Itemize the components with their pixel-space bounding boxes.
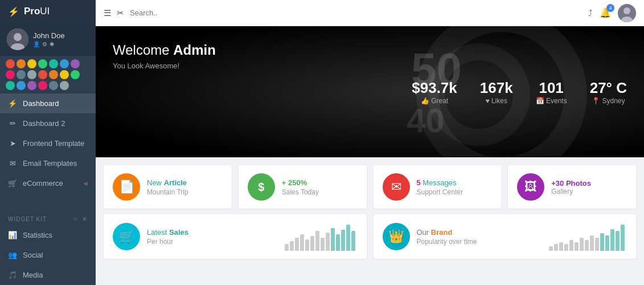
widget-close-icon[interactable]: ✕ bbox=[82, 215, 88, 223]
bar-11 bbox=[341, 230, 345, 251]
user-gear-icon[interactable]: ✱ bbox=[50, 41, 54, 47]
card-title: New Article bbox=[147, 178, 188, 187]
nav-label: eCommerce bbox=[23, 179, 63, 188]
sidebar-item-email-templates[interactable]: ✉ Email Templates bbox=[0, 153, 96, 173]
card-sub: Gallery bbox=[551, 188, 591, 196]
widget-nav: 📊 Statistics 👥 Social 🎵 Media bbox=[0, 225, 96, 285]
sidebar-item-ecommerce[interactable]: 🛒 eCommerce ◀ bbox=[0, 173, 96, 193]
swatch-9[interactable] bbox=[27, 70, 36, 79]
swatch-1[interactable] bbox=[17, 59, 26, 68]
sidebar-item-frontend-template[interactable]: ➤ Frontend Template bbox=[0, 133, 96, 153]
card-icon: 🖼 bbox=[517, 173, 544, 201]
swatch-17[interactable] bbox=[38, 81, 47, 90]
swatch-16[interactable] bbox=[27, 81, 36, 90]
card-icon: $ bbox=[248, 173, 275, 201]
nav-icon: 👥 bbox=[8, 251, 17, 259]
swatch-6[interactable] bbox=[71, 59, 80, 68]
card-messages[interactable]: ✉ 5 Messages Support Center bbox=[374, 165, 502, 209]
bar-8 bbox=[326, 233, 330, 251]
swatch-12[interactable] bbox=[60, 70, 69, 79]
user-settings-icon[interactable]: ⚙ bbox=[42, 41, 47, 47]
swatch-2[interactable] bbox=[27, 59, 36, 68]
widget-settings-icon[interactable]: ☆ bbox=[72, 215, 79, 223]
nav-label: Dashboard 2 bbox=[23, 119, 65, 128]
nav-icon: ✏ bbox=[8, 119, 17, 128]
card-sub: Mountain Trip bbox=[147, 188, 188, 196]
cards-row-2: 🛒 Latest Sales Per hour 👑 Our Brand Popu… bbox=[96, 209, 644, 267]
bar-2 bbox=[295, 238, 299, 251]
color-swatches-row1 bbox=[0, 56, 96, 93]
bar-8 bbox=[590, 235, 594, 251]
sidebar-item-media[interactable]: 🎵 Media bbox=[0, 265, 96, 285]
bar-12 bbox=[346, 225, 350, 251]
nav-label: Media bbox=[23, 271, 43, 279]
bar-7 bbox=[321, 238, 325, 251]
notif-badge: 4 bbox=[606, 4, 614, 12]
card-our-brand[interactable]: 👑 Our Brand Popularity over time bbox=[374, 214, 637, 259]
nav-icon: ➤ bbox=[8, 139, 17, 148]
card-info: 5 Messages Support Center bbox=[417, 178, 463, 196]
card-sub: Support Center bbox=[417, 188, 463, 196]
card-icon: 🛒 bbox=[113, 223, 140, 250]
nav-icon: 📊 bbox=[8, 231, 17, 239]
tools-icon[interactable]: ✂ bbox=[117, 8, 124, 18]
user-profile-icon[interactable]: 👤 bbox=[33, 41, 40, 47]
notifications-button[interactable]: 4 🔔 bbox=[600, 7, 611, 18]
swatch-3[interactable] bbox=[38, 59, 47, 68]
topbar-avatar[interactable] bbox=[618, 4, 636, 22]
card-chart bbox=[549, 222, 627, 251]
card-sub: Per hour bbox=[147, 238, 188, 246]
sidebar-item-dashboard[interactable]: ⚡ Dashboard bbox=[0, 93, 96, 113]
card-info: Latest Sales Per hour bbox=[147, 228, 188, 246]
swatch-13[interactable] bbox=[71, 70, 80, 79]
bar-6 bbox=[315, 231, 319, 251]
sidebar-item-dashboard-2[interactable]: ✏ Dashboard 2 bbox=[0, 113, 96, 133]
swatch-14[interactable] bbox=[6, 81, 15, 90]
stat-value: $93.7k bbox=[412, 79, 457, 97]
stat-label: Events bbox=[546, 97, 567, 105]
card-latest-sales[interactable]: 🛒 Latest Sales Per hour bbox=[104, 214, 367, 259]
bar-1 bbox=[290, 241, 294, 251]
menu-toggle-icon[interactable]: ☰ bbox=[104, 8, 111, 18]
swatch-10[interactable] bbox=[38, 70, 47, 79]
card-photos[interactable]: 🖼 +30 Photos Gallery bbox=[508, 165, 636, 209]
card-icon: 👑 bbox=[383, 223, 410, 250]
swatch-5[interactable] bbox=[60, 59, 69, 68]
card-info: Our Brand Popularity over time bbox=[417, 228, 477, 246]
sidebar-item-social[interactable]: 👥 Social bbox=[0, 245, 96, 265]
card-sub: Popularity over time bbox=[417, 238, 477, 246]
card-article[interactable]: 📄 New Article Mountain Trip bbox=[104, 165, 232, 209]
swatch-4[interactable] bbox=[49, 59, 58, 68]
nav-arrow-icon: ◀ bbox=[83, 180, 88, 186]
sidebar-item-statistics[interactable]: 📊 Statistics bbox=[0, 225, 96, 245]
stat-icon: 📍 Sydney bbox=[590, 97, 627, 105]
svg-point-4 bbox=[624, 7, 630, 14]
search-input[interactable] bbox=[130, 9, 583, 17]
swatch-7[interactable] bbox=[6, 70, 15, 79]
hero-title: Welcome Admin bbox=[113, 42, 216, 58]
hero-admin: Admin bbox=[173, 42, 216, 58]
share-icon[interactable]: ⤴ bbox=[588, 8, 593, 18]
bar-10 bbox=[336, 234, 340, 251]
bar-2 bbox=[559, 242, 563, 251]
user-name: John Doe bbox=[33, 31, 65, 40]
card-icon: 📄 bbox=[113, 173, 140, 201]
swatch-11[interactable] bbox=[49, 70, 58, 79]
card-info: New Article Mountain Trip bbox=[147, 178, 188, 196]
topbar-right: ⤴ 4 🔔 bbox=[588, 4, 636, 22]
swatch-19[interactable] bbox=[60, 81, 69, 90]
swatch-8[interactable] bbox=[17, 70, 26, 79]
swatch-0[interactable] bbox=[6, 59, 15, 68]
swatch-18[interactable] bbox=[49, 81, 58, 90]
card-info: + 250% Sales Today bbox=[282, 178, 319, 196]
widget-kit-section: WIDGET KIT ☆ ✕ bbox=[0, 210, 96, 225]
stat-label: Sydney bbox=[602, 97, 625, 105]
avatar[interactable] bbox=[7, 28, 28, 50]
swatch-15[interactable] bbox=[17, 81, 26, 90]
card-sales-pct[interactable]: $ + 250% Sales Today bbox=[239, 165, 367, 209]
nav-icon: 🛒 bbox=[8, 179, 17, 188]
nav-label: Statistics bbox=[23, 231, 52, 239]
stat-value: 101 bbox=[536, 79, 567, 97]
sidebar-nav: ⚡ Dashboard ✏ Dashboard 2 ➤ Frontend Tem… bbox=[0, 93, 96, 210]
bar-0 bbox=[549, 246, 553, 251]
